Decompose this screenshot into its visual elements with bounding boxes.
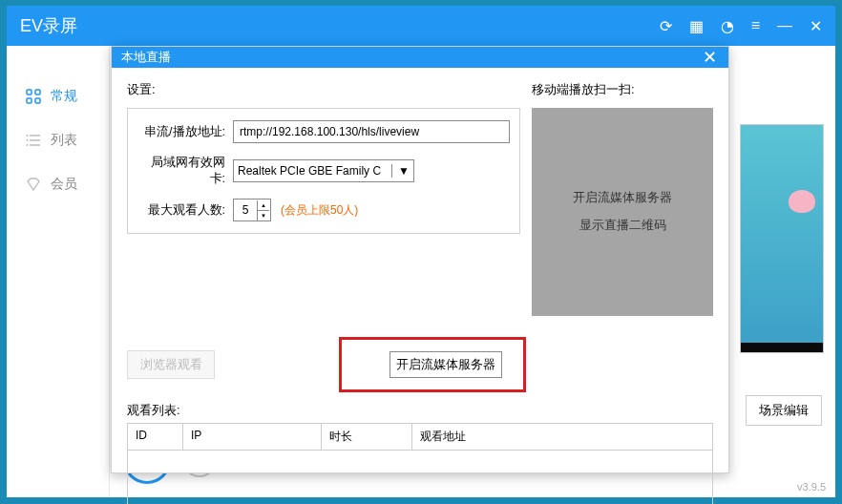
max-viewers-spinner[interactable]: ▲ ▼ xyxy=(233,199,271,221)
preview-thumbnail xyxy=(740,124,824,353)
dialog-title: 本地直播 xyxy=(121,49,700,66)
start-server-highlight: 开启流媒体服务器 xyxy=(339,337,526,392)
browser-watch-button[interactable]: 浏览器观看 xyxy=(127,350,215,379)
sidebar-item-list[interactable]: 列表 xyxy=(7,118,109,162)
max-viewers-label: 最大观看人数: xyxy=(137,202,233,219)
stream-url-label: 串流/播放地址: xyxy=(137,124,233,140)
spinner-down-icon[interactable]: ▼ xyxy=(258,211,269,220)
qr-hint-line2: 显示直播二维码 xyxy=(579,212,666,240)
nic-select-value: Realtek PCIe GBE Family C xyxy=(238,164,381,178)
watchlist-label: 观看列表: xyxy=(127,402,713,419)
grid-icon xyxy=(26,89,41,104)
qr-label: 移动端播放扫一扫: xyxy=(532,81,713,98)
sidebar-item-general[interactable]: 常规 xyxy=(7,74,109,118)
svg-rect-3 xyxy=(35,98,40,103)
member-limit-note: (会员上限50人) xyxy=(281,202,358,219)
sidebar-item-label: 常规 xyxy=(51,88,77,105)
col-ip: IP xyxy=(183,424,322,450)
settings-box: 串流/播放地址: 局域网有效网卡: Realtek PCIe GBE Famil… xyxy=(127,108,520,234)
settings-icon[interactable]: ▦ xyxy=(689,17,704,35)
titlebar: EV录屏 ⟳ ▦ ◔ ≡ — ✕ xyxy=(7,6,835,46)
sidebar: 常规 列表 会员 xyxy=(7,46,110,497)
settings-label: 设置: xyxy=(127,81,520,98)
sidebar-item-label: 会员 xyxy=(51,176,77,193)
svg-point-9 xyxy=(27,144,29,146)
menu-icon[interactable]: ≡ xyxy=(751,17,760,34)
preview-content-icon xyxy=(789,190,815,213)
qr-placeholder: 开启流媒体服务器 显示直播二维码 xyxy=(532,108,713,316)
version-label: v3.9.5 xyxy=(797,481,826,493)
col-watch-address: 观看地址 xyxy=(412,424,712,450)
spinner-up-icon[interactable]: ▲ xyxy=(258,200,269,211)
watchlist-header: ID IP 时长 观看地址 xyxy=(128,424,712,451)
chevron-down-icon: ▼ xyxy=(391,164,410,178)
sidebar-item-member[interactable]: 会员 xyxy=(7,162,109,206)
refresh-icon[interactable]: ⟳ xyxy=(660,17,672,35)
scene-edit-button[interactable]: 场景编辑 xyxy=(746,395,822,426)
minimize-icon[interactable]: — xyxy=(777,17,792,34)
svg-point-7 xyxy=(27,135,29,136)
dialog-body: 设置: 串流/播放地址: 局域网有效网卡: Realtek PCIe GBE F… xyxy=(112,68,728,504)
app-title: EV录屏 xyxy=(20,14,660,37)
nic-select[interactable]: Realtek PCIe GBE Family C ▼ xyxy=(233,159,414,182)
svg-rect-2 xyxy=(27,98,32,103)
col-id: ID xyxy=(128,424,183,450)
sidebar-item-label: 列表 xyxy=(51,132,77,149)
nic-label: 局域网有效网卡: xyxy=(137,155,233,187)
user-icon[interactable]: ◔ xyxy=(721,17,734,35)
list-icon xyxy=(26,133,41,148)
preview-taskbar xyxy=(741,343,823,352)
dialog-titlebar: 本地直播 ✕ xyxy=(112,47,728,68)
titlebar-controls: ⟳ ▦ ◔ ≡ — ✕ xyxy=(660,17,822,35)
svg-rect-0 xyxy=(27,90,32,94)
start-media-server-button[interactable]: 开启流媒体服务器 xyxy=(389,351,502,378)
watchlist-table: ID IP 时长 观看地址 xyxy=(127,423,713,504)
qr-hint-line1: 开启流媒体服务器 xyxy=(573,184,672,212)
svg-point-8 xyxy=(27,139,29,141)
diamond-icon xyxy=(26,177,41,192)
col-duration: 时长 xyxy=(322,424,412,450)
max-viewers-input[interactable] xyxy=(234,203,257,217)
local-broadcast-dialog: 本地直播 ✕ 设置: 串流/播放地址: 局域网有效网卡: Realtek PCI… xyxy=(111,46,729,473)
close-icon[interactable]: ✕ xyxy=(810,17,822,35)
stream-url-input[interactable] xyxy=(233,120,510,143)
dialog-close-button[interactable]: ✕ xyxy=(700,47,719,68)
svg-rect-1 xyxy=(35,90,40,94)
